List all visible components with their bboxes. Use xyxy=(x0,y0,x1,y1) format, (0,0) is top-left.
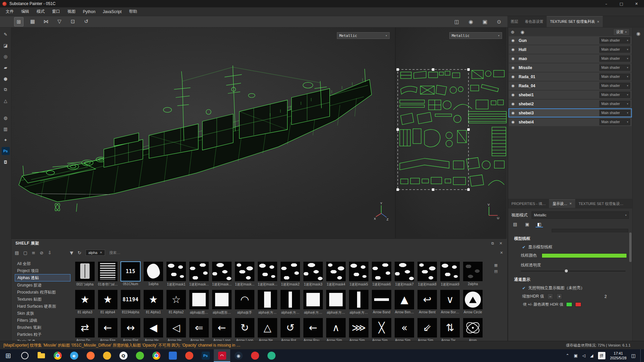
shelf-item[interactable]: alpha长方… xyxy=(258,290,277,315)
shelf-item[interactable]: ◁Arrow He… xyxy=(166,318,186,342)
shelf-category[interactable]: Procedurals 程序贴图 xyxy=(15,289,70,296)
geometry-filter-icon[interactable]: ▽ xyxy=(55,17,64,26)
show-desktop-button[interactable] xyxy=(640,349,642,362)
search-button[interactable] xyxy=(16,349,33,362)
hdr-minus-button[interactable]: − xyxy=(547,294,553,299)
shelf-item[interactable]: ▲Arrow Ben… xyxy=(395,290,414,315)
tab-1[interactable]: 显示设…✕ xyxy=(549,199,575,208)
hdr-plus-button[interactable]: ＋ xyxy=(556,294,562,299)
menu-item-4[interactable]: 视图 xyxy=(64,7,79,16)
tab-1[interactable]: 着色器设置 xyxy=(522,16,547,27)
search-input[interactable]: 搜索… xyxy=(109,250,120,255)
texture-set-row[interactable]: ◉MissileMain shader▾ xyxy=(509,63,632,72)
shelf-item[interactable]: Arrow Circle xyxy=(463,290,483,315)
scrollbar-thumb[interactable] xyxy=(629,232,632,262)
shader-dropdown[interactable]: Main shader▾ xyxy=(599,55,630,62)
texture-set-row[interactable]: ◉GunMain shader▾ xyxy=(509,36,632,45)
visibility-eye-icon[interactable]: ◉ xyxy=(511,56,515,61)
geometry-mask-tool-icon[interactable]: △ xyxy=(2,97,10,105)
wireframe-opacity-slider[interactable] xyxy=(521,269,626,273)
texture-view-icon[interactable]: ▥ xyxy=(2,125,10,133)
texture-set-row[interactable]: ◉shebei3Main shader▾ xyxy=(509,109,632,117)
steam-icon[interactable]: ◉ xyxy=(230,349,247,362)
shader-sphere-icon[interactable]: ◉ xyxy=(466,17,475,26)
texture-set-row[interactable]: ◉shebei1Main shader▾ xyxy=(509,91,632,99)
unlit-view-checkbox[interactable]: ✔ 无照明独立显示视图（未照亮） xyxy=(522,285,626,291)
shader-dropdown[interactable]: Main shader▾ xyxy=(599,64,630,71)
taskbar-clock[interactable]: 17:41 2025/5/28 xyxy=(610,351,627,361)
shelf-item[interactable]: Atom xyxy=(463,318,483,342)
shelf-item[interactable]: alpha图形… xyxy=(212,290,232,315)
shelf-item[interactable]: 1迷彩mask3 xyxy=(303,262,323,287)
undock-icon[interactable]: ⧉ xyxy=(491,241,494,246)
shelf-item[interactable]: ⋙Arrow Sim… xyxy=(349,318,368,342)
start-button[interactable]: ⊞ xyxy=(0,349,16,362)
tray-app-icon[interactable]: ▣ xyxy=(574,353,578,358)
shelf-item[interactable]: 1迷彩mask8 xyxy=(417,262,437,287)
import-resources-icon[interactable]: ⇩ xyxy=(48,250,51,255)
tab-2[interactable]: TEXTURE SET 纹理集列表✕ xyxy=(547,16,603,27)
hide-resources-icon[interactable]: ⊘ xyxy=(40,250,44,255)
shelf-item[interactable]: 1迷彩mask… xyxy=(235,262,254,287)
visibility-eye-icon[interactable]: ◉ xyxy=(511,111,515,115)
shelf-item[interactable]: ★81 alpha3 xyxy=(75,290,95,315)
shelf-item[interactable]: ↩Arrow Bent xyxy=(417,290,437,315)
chrome-icon[interactable] xyxy=(49,349,66,362)
shelf-item[interactable]: alpha长方… xyxy=(349,290,368,315)
viewport-display-icon[interactable]: ◧ xyxy=(536,221,543,227)
tab-2[interactable]: TEXTURE SET 纹理集设… xyxy=(575,199,627,208)
texture-set-row[interactable]: ◉Rada_01Main shader▾ xyxy=(509,72,632,81)
slider-thumb[interactable] xyxy=(565,269,568,272)
shelf-item[interactable]: ↻Arrow Loop xyxy=(235,318,254,342)
photoshop-plugin-icon[interactable]: Ps xyxy=(2,147,10,155)
display-split-icon[interactable]: ◫ xyxy=(452,17,461,26)
network-icon[interactable]: ◢ xyxy=(590,353,593,358)
tab-0[interactable]: 图层 xyxy=(507,16,522,27)
visibility-eye-icon[interactable]: ◉ xyxy=(511,93,515,97)
shelf-item[interactable]: alpha长方… xyxy=(303,290,323,315)
transform-gizmo-icon[interactable]: ⊞ xyxy=(14,17,23,27)
app-orange-icon[interactable] xyxy=(99,349,115,362)
filter-funnel-icon[interactable]: ▼ xyxy=(70,250,73,255)
menu-item-5[interactable]: Python xyxy=(79,8,99,15)
visibility-all-icon[interactable]: ◉ xyxy=(521,30,524,35)
photoshop-icon[interactable]: Ps xyxy=(197,349,214,362)
texture-set-row[interactable]: ◉shebei2Main shader▾ xyxy=(509,100,632,108)
close-icon[interactable]: ✕ xyxy=(499,241,502,246)
shelf-category[interactable]: Skin 皮肤 xyxy=(15,310,70,317)
shelf-item[interactable]: ←Arrow Rou… xyxy=(303,318,323,342)
visibility-eye-icon[interactable]: ◉ xyxy=(511,38,515,43)
paint-tool-icon[interactable]: ✎ xyxy=(2,30,10,38)
shader-dropdown[interactable]: Main shader▾ xyxy=(599,73,630,80)
texture-set-row[interactable]: ◉HullMain shader▾ xyxy=(509,45,632,54)
shelf-item[interactable]: 1迷彩mask7 xyxy=(395,262,414,287)
shelf-item[interactable]: 1迷彩mask5 xyxy=(349,262,368,287)
visibility-eye-icon[interactable]: ◉ xyxy=(511,84,515,88)
shelf-item[interactable]: ∨Arrow Bor… xyxy=(440,290,460,315)
shelf-item[interactable]: 002门alpha xyxy=(75,262,95,287)
shelf-item[interactable]: ↔Arrow Flat xyxy=(121,318,140,342)
menu-item-2[interactable]: 模式 xyxy=(33,7,48,16)
texture-set-row[interactable]: ◉shebei4Main shader▾ xyxy=(509,118,632,126)
shelf-item[interactable]: ⇙Arrow Sim… xyxy=(417,318,437,342)
shelf-category[interactable]: Alphas 透贴 xyxy=(15,274,70,281)
minimize-button[interactable]: – xyxy=(599,0,614,7)
shelf-item[interactable]: 1迷彩mask1 xyxy=(166,262,186,287)
shader-dropdown[interactable]: Main shader▾ xyxy=(599,101,630,107)
shelf-item[interactable]: 115051CNum xyxy=(121,262,140,287)
shelf-item[interactable]: ★81 Alpha1 xyxy=(144,290,163,315)
action-center-icon[interactable]: ◫ xyxy=(631,353,636,358)
focus-icon[interactable]: ⊕ xyxy=(511,30,514,35)
shader-dropdown[interactable]: Main shader▾ xyxy=(599,37,630,44)
shelf-item[interactable]: ◠alpha扳手 xyxy=(235,290,254,315)
visibility-eye-icon[interactable]: ◉ xyxy=(511,47,515,52)
shelf-item[interactable]: ⇅Arrow Tar… xyxy=(440,318,460,342)
folder-icon[interactable]: ▤ xyxy=(15,250,19,255)
shelf-item[interactable]: Arrow Band xyxy=(372,290,391,315)
texture-set-row[interactable]: ◉Rada_04Main shader▾ xyxy=(509,82,632,90)
polygon-fill-tool-icon[interactable]: ▰ xyxy=(2,63,10,71)
resource-updater-icon[interactable]: ◘ xyxy=(2,158,10,166)
browser-icon[interactable] xyxy=(148,349,164,362)
menu-item-0[interactable]: 文件 xyxy=(2,7,17,16)
shelf-item[interactable]: alpha贴图… xyxy=(189,290,209,315)
